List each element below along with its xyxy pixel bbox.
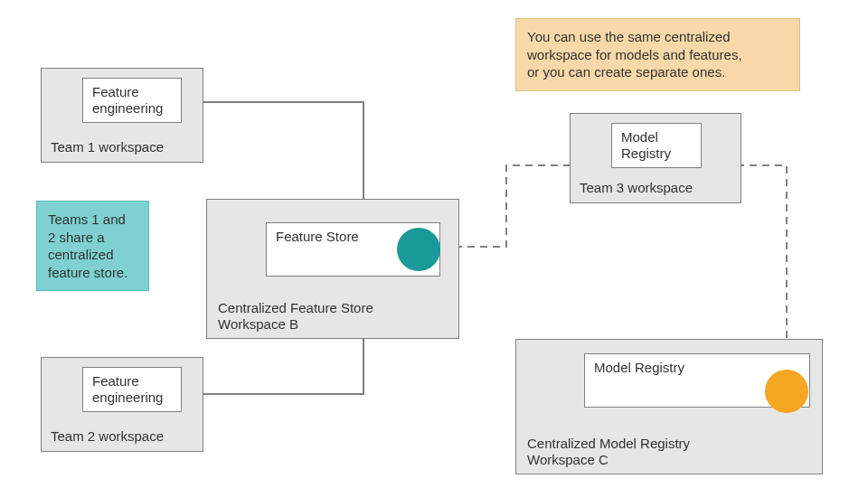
team2-inner-label: Feature engineering [92, 373, 163, 405]
team1-inner-label: Feature engineering [92, 84, 163, 116]
central-mr-label1: Centralized Model Registry [527, 436, 690, 451]
central-fs-workspace: Feature Store Centralized Feature Store … [206, 199, 459, 339]
feature-store-circle-icon [397, 228, 440, 271]
central-fs-label1: Centralized Feature Store [218, 300, 373, 315]
team2-label: Team 2 workspace [51, 428, 164, 444]
team1-workspace: Feature engineering Team 1 workspace [41, 68, 203, 163]
team1-inner-box: Feature engineering [82, 78, 182, 123]
feature-store-label: Feature Store [276, 229, 359, 244]
callout-teal-text: Teams 1 and 2 share a centralized featur… [48, 211, 127, 280]
callout-teams-share: Teams 1 and 2 share a centralized featur… [36, 201, 149, 291]
model-registry-label: Model Registry [594, 360, 684, 375]
model-registry-circle-icon [765, 370, 808, 413]
team2-inner-box: Feature engineering [82, 367, 182, 412]
team3-workspace: Model Registry Team 3 workspace [570, 113, 741, 203]
central-mr-label2: Workspace C [527, 452, 609, 467]
team3-inner-box: Model Registry [611, 123, 702, 168]
central-mr-workspace: Model Registry Centralized Model Registr… [515, 339, 823, 474]
team2-workspace: Feature engineering Team 2 workspace [41, 357, 203, 452]
central-fs-label2: Workspace B [218, 316, 298, 332]
team3-inner-label: Model Registry [621, 129, 671, 161]
team3-label: Team 3 workspace [580, 180, 693, 195]
callout-centralized-note: You can use the same centralized workspa… [515, 18, 800, 91]
team1-label: Team 1 workspace [51, 139, 164, 155]
callout-text: You can use the same centralized workspa… [527, 29, 742, 80]
